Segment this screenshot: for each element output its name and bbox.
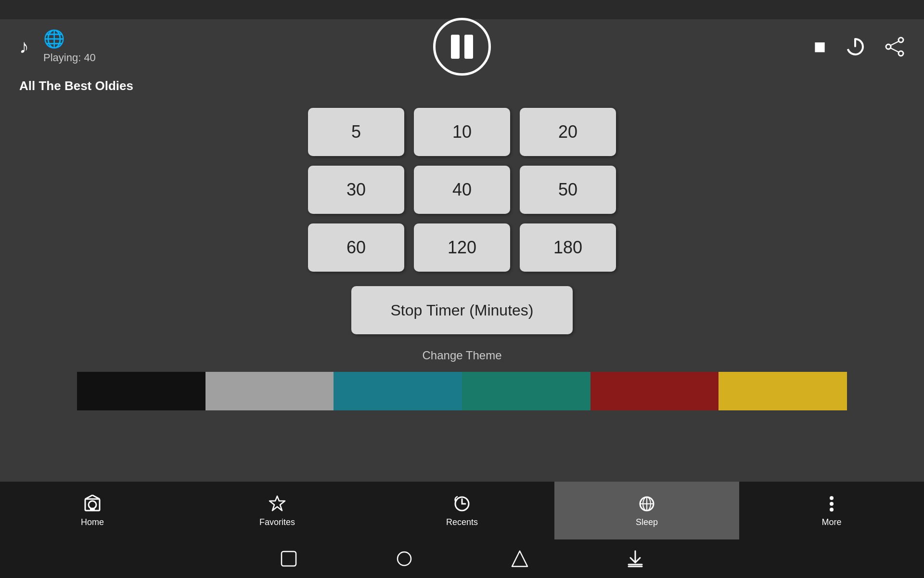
pause-bar-right: [464, 35, 473, 59]
status-bar: [0, 0, 924, 19]
theme-swatch-gray[interactable]: [205, 372, 334, 410]
pause-button[interactable]: [433, 18, 491, 76]
theme-swatch-teal[interactable]: [334, 372, 462, 410]
svg-point-21: [830, 508, 834, 512]
timer-grid: 5 10 20 30 40 50 60 120 180: [308, 108, 616, 272]
sys-home-button[interactable]: [395, 549, 414, 568]
svg-marker-12: [270, 496, 285, 511]
theme-swatch-black[interactable]: [77, 372, 205, 410]
share-icon: [885, 37, 905, 57]
nav-recents-label: Recents: [446, 517, 478, 527]
timer-btn-120[interactable]: 120: [414, 223, 510, 272]
playing-info: Playing: 40: [43, 52, 96, 64]
header: Playing: 40 ■: [0, 19, 924, 74]
sys-recents-button[interactable]: [510, 549, 529, 568]
svg-marker-24: [512, 551, 527, 566]
svg-line-5: [891, 41, 898, 45]
share-button[interactable]: [885, 37, 905, 57]
nav-home[interactable]: Home: [0, 482, 185, 539]
pause-bar-left: [451, 35, 460, 59]
sys-back-button[interactable]: [279, 549, 298, 568]
svg-point-2: [898, 38, 903, 42]
globe-icon[interactable]: [43, 38, 65, 46]
sys-download-button[interactable]: [626, 549, 645, 568]
svg-line-6: [891, 48, 898, 52]
stop-icon: ■: [814, 35, 826, 58]
recents-icon: [452, 494, 472, 513]
sys-download-icon: [626, 549, 645, 568]
nav-sleep-label: Sleep: [636, 517, 658, 527]
nav-favorites[interactable]: Favorites: [185, 482, 370, 539]
theme-swatch-yellow[interactable]: [719, 372, 847, 410]
nav-recents[interactable]: Recents: [370, 482, 554, 539]
svg-point-20: [830, 502, 834, 506]
svg-rect-9: [90, 508, 95, 511]
sys-recents-icon: [510, 549, 529, 568]
bottom-nav: Home Favorites Recents Sleep Mor: [0, 482, 924, 539]
svg-point-4: [886, 44, 891, 49]
home-icon: [83, 494, 102, 513]
station-name: All The Best Oldies: [0, 74, 924, 98]
music-icon: [19, 36, 29, 57]
timer-btn-40[interactable]: 40: [414, 166, 510, 214]
nav-sleep[interactable]: Sleep: [554, 482, 739, 539]
stop-timer-button[interactable]: Stop Timer (Minutes): [351, 286, 573, 334]
timer-btn-180[interactable]: 180: [520, 223, 616, 272]
sleep-icon: [637, 494, 656, 513]
svg-point-23: [398, 552, 411, 565]
back-icon: [279, 549, 298, 568]
change-theme-label: Change Theme: [423, 349, 502, 362]
theme-swatch-red[interactable]: [590, 372, 719, 410]
header-info: Playing: 40: [43, 29, 96, 64]
nav-more[interactable]: More: [739, 482, 924, 539]
nav-favorites-label: Favorites: [259, 517, 295, 527]
svg-point-19: [830, 496, 834, 500]
timer-section: 5 10 20 30 40 50 60 120 180 Stop Timer (…: [0, 98, 924, 482]
sys-home-icon: [395, 549, 414, 568]
nav-more-label: More: [821, 517, 841, 527]
timer-btn-50[interactable]: 50: [520, 166, 616, 214]
header-right: ■: [814, 35, 905, 58]
theme-swatches: [77, 372, 847, 410]
svg-rect-22: [282, 552, 296, 566]
svg-point-8: [89, 501, 96, 509]
timer-btn-30[interactable]: 30: [308, 166, 404, 214]
more-icon: [822, 494, 841, 513]
timer-btn-20[interactable]: 20: [520, 108, 616, 156]
header-left: Playing: 40: [19, 29, 96, 64]
header-center: [433, 18, 491, 76]
pause-icon: [451, 35, 473, 59]
timer-btn-5[interactable]: 5: [308, 108, 404, 156]
stop-button[interactable]: ■: [814, 35, 826, 58]
system-nav: [0, 539, 924, 578]
nav-home-label: Home: [81, 517, 104, 527]
power-button[interactable]: [845, 37, 865, 57]
timer-btn-60[interactable]: 60: [308, 223, 404, 272]
power-icon: [845, 37, 865, 57]
svg-point-3: [898, 51, 903, 56]
timer-btn-10[interactable]: 10: [414, 108, 510, 156]
favorites-icon: [268, 494, 287, 513]
theme-swatch-green[interactable]: [462, 372, 590, 410]
